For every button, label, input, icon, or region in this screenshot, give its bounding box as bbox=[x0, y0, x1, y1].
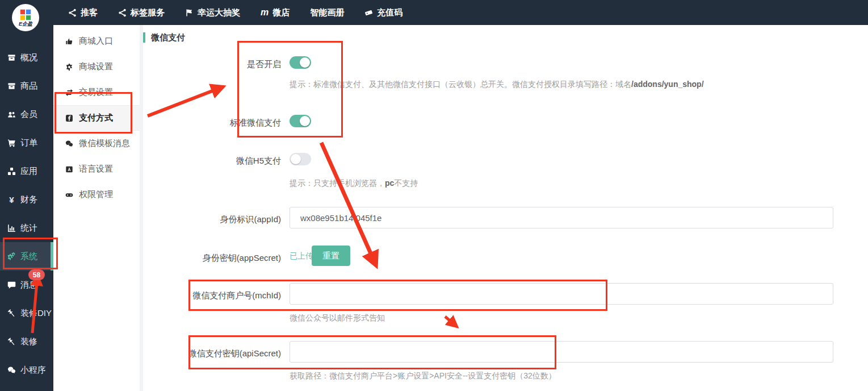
sidebar-item-label: 装修 bbox=[20, 336, 37, 347]
brand-logo-icon bbox=[19, 8, 32, 22]
gavel-icon bbox=[7, 309, 16, 318]
m-icon: m bbox=[261, 8, 269, 17]
sidebar-item-diy[interactable]: 装修DIY bbox=[0, 299, 53, 327]
sidebar-item-label: 概况 bbox=[20, 52, 37, 63]
submenu-item-payment-methods[interactable]: 支付方式 bbox=[53, 105, 140, 131]
settings-submenu: 商城入口 商城设置 交易设置 支付方式 微信模板消息 语言设置 权限管理 bbox=[53, 25, 140, 391]
chat-icon bbox=[7, 281, 16, 289]
submenu-item-trade-settings[interactable]: 交易设置 bbox=[53, 80, 140, 105]
sidebar-item-miniprogram[interactable]: 小程序 bbox=[0, 356, 53, 384]
enable-hint: 提示：标准微信支付、及其他微信支付接口（云收银）总开关。微信支付授权目录填写路径… bbox=[290, 79, 704, 89]
topbar-item-recharge-code[interactable]: 充值码 bbox=[364, 7, 402, 18]
h5-pay-label: 微信H5支付 bbox=[143, 155, 281, 167]
wechat-pay-settings-panel: 微信支付 是否开启 提示：标准微信支付、及其他微信支付接口（云收银）总开关。微信… bbox=[143, 25, 868, 391]
submenu-item-label: 语言设置 bbox=[79, 164, 113, 174]
standard-wechat-pay-toggle[interactable] bbox=[290, 115, 311, 127]
gears-icon bbox=[7, 252, 16, 261]
cart-icon bbox=[7, 139, 16, 147]
h5-hint-prefix: 提示：只支持手机浏览器， bbox=[290, 178, 385, 188]
gear-icon bbox=[65, 63, 73, 71]
submenu-item-language-settings[interactable]: 语言设置 bbox=[53, 156, 140, 182]
submenu-item-wechat-template-msg[interactable]: 微信模板消息 bbox=[53, 131, 140, 156]
topbar-item-lucky-draw[interactable]: 幸运大抽奖 bbox=[185, 7, 240, 18]
messages-count-badge: 58 bbox=[28, 269, 45, 280]
apisecret-label: 微信支付密钥(apiSecret) bbox=[143, 347, 281, 360]
submenu-item-label: 交易设置 bbox=[79, 87, 113, 98]
submenu-divider bbox=[140, 25, 143, 391]
submenu-item-label: 支付方式 bbox=[79, 113, 113, 123]
apisecret-hint: 获取路径：微信支付商户平台>账户设置>API安全--设置支付密钥（32位数） bbox=[290, 371, 556, 381]
sidebar-item-finance[interactable]: ¥ 财务 bbox=[0, 185, 53, 214]
sidebar: E企盈 概况 商品 会员 订单 应用 ¥ 财务 统计 bbox=[0, 0, 53, 391]
share-icon bbox=[118, 9, 127, 17]
mchid-label: 微信支付商户号(mchId) bbox=[143, 289, 281, 302]
h5-hint-pc: pc bbox=[385, 178, 394, 188]
h5-pay-toggle[interactable] bbox=[290, 153, 311, 165]
exchange-icon bbox=[65, 89, 73, 97]
topbar-item-smart-album[interactable]: 智能画册 bbox=[310, 7, 344, 18]
submenu-item-label: 商城设置 bbox=[79, 61, 113, 72]
sidebar-item-members[interactable]: 会员 bbox=[0, 100, 53, 128]
submenu-item-permissions[interactable]: 权限管理 bbox=[53, 182, 140, 207]
sidebar-item-label: 财务 bbox=[20, 194, 37, 205]
appsecret-reset-button[interactable]: 重置 bbox=[312, 246, 350, 266]
topbar-item-weidian[interactable]: m 微店 bbox=[261, 7, 290, 18]
box-icon bbox=[7, 82, 16, 90]
permission-icon bbox=[65, 191, 73, 199]
appid-input[interactable] bbox=[290, 207, 833, 228]
h5-hint-suffix: 不支持 bbox=[394, 178, 418, 188]
sidebar-item-orders[interactable]: 订单 bbox=[0, 128, 53, 157]
flag-icon bbox=[185, 9, 194, 17]
brand-logo[interactable]: E企盈 bbox=[12, 4, 39, 31]
enable-hint-text: 提示：标准微信支付、及其他微信支付接口（云收银）总开关。微信支付授权目录填写路径… bbox=[290, 80, 631, 89]
sidebar-item-label: 商品 bbox=[20, 81, 37, 91]
submenu-item-mall-settings[interactable]: 商城设置 bbox=[53, 54, 140, 80]
topbar-item-tag-service[interactable]: 标签服务 bbox=[118, 7, 165, 18]
topbar-item-label: 智能画册 bbox=[310, 7, 344, 18]
wechat-icon bbox=[7, 366, 16, 375]
sidebar-item-apps[interactable]: 应用 bbox=[0, 157, 53, 185]
submenu-item-mall-entry[interactable]: 商城入口 bbox=[53, 28, 140, 54]
cubes-icon bbox=[7, 167, 16, 176]
appsecret-uploaded-status: 已上传 bbox=[290, 246, 313, 266]
sidebar-item-label: 系统 bbox=[20, 251, 37, 262]
appid-label: 身份标识(appId) bbox=[143, 213, 281, 226]
sidebar-item-system[interactable]: 系统 bbox=[0, 242, 53, 271]
topbar-item-label: 微店 bbox=[272, 7, 290, 18]
users-icon bbox=[7, 110, 16, 119]
sidebar-item-label: 消息 bbox=[20, 280, 37, 290]
coupon-icon bbox=[364, 9, 373, 17]
apisecret-input[interactable] bbox=[290, 341, 833, 363]
sidebar-item-label: 小程序 bbox=[20, 365, 46, 376]
sidebar-item-overview[interactable]: 概况 bbox=[0, 43, 53, 72]
enable-toggle[interactable] bbox=[290, 56, 311, 69]
sidebar-item-label: 装修DIY bbox=[20, 308, 52, 319]
topbar-item-tuike[interactable]: 推客 bbox=[68, 7, 98, 18]
sidebar-item-label: 统计 bbox=[20, 223, 37, 234]
sidebar-item-messages[interactable]: 消息 bbox=[0, 271, 53, 299]
topbar-item-label: 幸运大抽奖 bbox=[198, 7, 240, 18]
mchid-input[interactable] bbox=[290, 283, 833, 305]
chart-icon bbox=[7, 224, 16, 232]
mchid-hint: 微信公众号以邮件形式告知 bbox=[290, 313, 385, 323]
gavel-icon bbox=[7, 338, 16, 346]
share-icon bbox=[68, 9, 77, 17]
enable-label: 是否开启 bbox=[143, 58, 281, 70]
sidebar-items: 概况 商品 会员 订单 应用 ¥ 财务 统计 系统 bbox=[0, 43, 53, 384]
sidebar-item-stats[interactable]: 统计 bbox=[0, 214, 53, 242]
sidebar-item-label: 会员 bbox=[20, 109, 37, 120]
sidebar-item-label: 应用 bbox=[20, 166, 37, 177]
yen-icon: ¥ bbox=[7, 195, 16, 205]
submenu-item-label: 微信模板消息 bbox=[79, 138, 130, 149]
thumb-icon bbox=[65, 38, 73, 45]
sidebar-item-label: 订单 bbox=[20, 138, 37, 148]
sidebar-item-decorate[interactable]: 装修 bbox=[0, 327, 53, 356]
submenu-item-label: 商城入口 bbox=[79, 36, 113, 47]
topbar: 推客 标签服务 幸运大抽奖 m 微店 智能画册 充值码 bbox=[0, 0, 868, 25]
standard-wechat-pay-label: 标准微信支付 bbox=[143, 117, 281, 129]
box-icon bbox=[7, 53, 16, 62]
sidebar-item-goods[interactable]: 商品 bbox=[0, 72, 53, 100]
topbar-item-label: 推客 bbox=[81, 7, 98, 18]
enable-hint-path: /addons/yun_shop/ bbox=[631, 80, 704, 89]
payment-icon bbox=[65, 114, 73, 122]
